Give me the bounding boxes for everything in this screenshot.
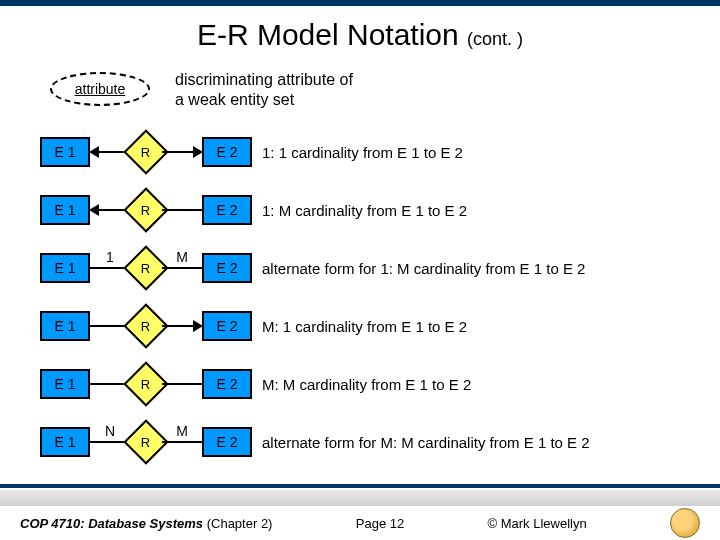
entity-e1: E 1 bbox=[40, 311, 90, 341]
cardinality-left: N bbox=[90, 423, 130, 439]
discriminating-attribute-text: discriminating attribute of a weak entit… bbox=[175, 70, 353, 110]
relationship-label: R bbox=[141, 260, 150, 275]
row-description: alternate form for 1: M cardinality from… bbox=[262, 260, 585, 277]
relationship-label: R bbox=[141, 318, 150, 333]
notation-row: E 11RME 2alternate form for 1: M cardina… bbox=[40, 240, 585, 296]
author: © Mark Llewellyn bbox=[488, 516, 587, 531]
top-bar bbox=[0, 0, 720, 6]
entity-e2: E 2 bbox=[202, 253, 252, 283]
link-line bbox=[162, 383, 202, 385]
dashed-ellipse: attribute bbox=[50, 72, 150, 106]
notation-row: E 1RE 2M: M cardinality from E 1 to E 2 bbox=[40, 356, 471, 412]
title-main: E-R Model Notation bbox=[197, 18, 459, 51]
arrow-right-icon bbox=[162, 325, 202, 327]
footer-left: COP 4710: Database Systems (Chapter 2) bbox=[20, 516, 272, 531]
relationship-label: R bbox=[141, 376, 150, 391]
notation-row: E 1RE 21: M cardinality from E 1 to E 2 bbox=[40, 182, 467, 238]
title-cont: (cont. ) bbox=[467, 29, 523, 49]
row-description: M: M cardinality from E 1 to E 2 bbox=[262, 376, 471, 393]
discriminating-attribute-symbol: attribute bbox=[50, 72, 150, 106]
entity-e1: E 1 bbox=[40, 427, 90, 457]
entity-e2: E 2 bbox=[202, 137, 252, 167]
entity-e2: E 2 bbox=[202, 369, 252, 399]
page-number: Page 12 bbox=[356, 516, 404, 531]
footer-top-bar bbox=[0, 484, 720, 488]
row-description: 1: 1 cardinality from E 1 to E 2 bbox=[262, 144, 463, 161]
discrim-line2: a weak entity set bbox=[175, 91, 294, 108]
relationship-label: R bbox=[141, 434, 150, 449]
entity-e2: E 2 bbox=[202, 427, 252, 457]
footer-gradient bbox=[0, 490, 720, 506]
link-line: M bbox=[162, 267, 202, 269]
cardinality-left: 1 bbox=[90, 249, 130, 265]
cardinality-right: M bbox=[162, 249, 202, 265]
notation-row: E 1RE 2M: 1 cardinality from E 1 to E 2 bbox=[40, 298, 467, 354]
course-name: COP 4710: Database Systems bbox=[20, 516, 203, 531]
row-description: alternate form for M: M cardinality from… bbox=[262, 434, 590, 451]
relationship-label: R bbox=[141, 144, 150, 159]
ucf-logo-icon bbox=[670, 508, 700, 538]
link-line: M bbox=[162, 441, 202, 443]
entity-e1: E 1 bbox=[40, 253, 90, 283]
link-line bbox=[162, 209, 202, 211]
chapter-label: (Chapter 2) bbox=[207, 516, 273, 531]
slide-title: E-R Model Notation (cont. ) bbox=[0, 18, 720, 52]
entity-e2: E 2 bbox=[202, 311, 252, 341]
entity-e1: E 1 bbox=[40, 369, 90, 399]
row-description: M: 1 cardinality from E 1 to E 2 bbox=[262, 318, 467, 335]
discrim-line1: discriminating attribute of bbox=[175, 71, 353, 88]
entity-e2: E 2 bbox=[202, 195, 252, 225]
row-description: 1: M cardinality from E 1 to E 2 bbox=[262, 202, 467, 219]
notation-row: E 1RE 21: 1 cardinality from E 1 to E 2 bbox=[40, 124, 463, 180]
cardinality-right: M bbox=[162, 423, 202, 439]
footer: COP 4710: Database Systems (Chapter 2) P… bbox=[0, 506, 720, 540]
entity-e1: E 1 bbox=[40, 195, 90, 225]
entity-e1: E 1 bbox=[40, 137, 90, 167]
arrow-right-icon bbox=[162, 151, 202, 153]
relationship-label: R bbox=[141, 202, 150, 217]
notation-row: E 1NRME 2alternate form for M: M cardina… bbox=[40, 414, 590, 470]
attribute-label: attribute bbox=[75, 81, 126, 97]
